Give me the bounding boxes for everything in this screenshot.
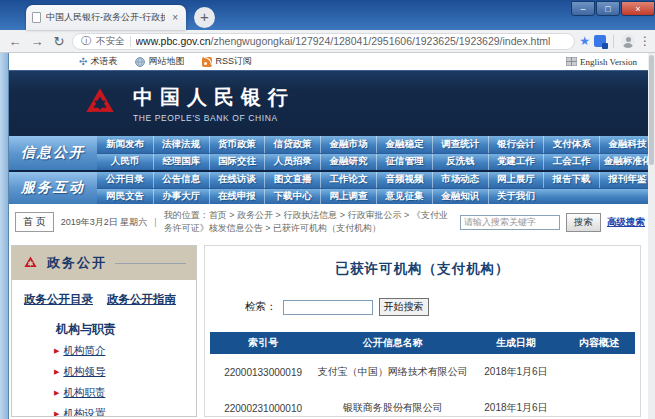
- nav-item[interactable]: 党建工作: [488, 154, 544, 171]
- nav-item[interactable]: 报刊年鉴: [599, 172, 655, 188]
- sidebar: 政务公开 政务公开目录政务公开指南 机构与职责▶机构简介▶机构领导▶机构职责▶机…: [11, 245, 197, 417]
- tab-title: 中国人民银行-政务公开-行政执…: [46, 11, 165, 24]
- date-divider: |: [154, 217, 156, 227]
- advanced-search-link[interactable]: 高级搜索: [607, 216, 645, 229]
- sidebar-item[interactable]: ▶机构简介: [54, 344, 196, 358]
- nav-item[interactable]: 关于我们: [488, 189, 544, 205]
- scrollbar[interactable]: [648, 53, 655, 419]
- sidebar-link[interactable]: 政务公开指南: [107, 292, 176, 307]
- nav-item[interactable]: 图文直播: [264, 172, 320, 188]
- start-search-button[interactable]: 开始搜索: [379, 298, 429, 316]
- forward-icon[interactable]: →: [28, 34, 46, 49]
- page-title: 已获许可机构（支付机构）: [205, 260, 640, 278]
- reload-icon[interactable]: ↻: [50, 34, 68, 49]
- nav-item[interactable]: 金融研究: [320, 154, 376, 171]
- sidebar-item-link[interactable]: 机构领导: [63, 365, 105, 379]
- url-input[interactable]: ⓘ 不安全 www.pbc.gov.cn/zhengwugongkai/1279…: [72, 33, 575, 50]
- sidebar-link[interactable]: 政务公开目录: [24, 292, 93, 307]
- table-row[interactable]: 22000133000019支付宝（中国）网络技术有限公司2018年1月6日: [210, 354, 635, 390]
- nav-item[interactable]: 公开目录: [97, 172, 153, 188]
- table-row[interactable]: 22000231000010银联商务股份有限公司2018年1月6日: [210, 390, 635, 417]
- nav-item[interactable]: 报告下载: [543, 172, 599, 188]
- nav-item[interactable]: 银行会计: [488, 136, 544, 153]
- bookmark-star-icon[interactable]: ★: [579, 34, 590, 48]
- nav-item[interactable]: 金融市场: [320, 136, 376, 153]
- sidebar-item-link[interactable]: 机构简介: [63, 344, 105, 358]
- nav-item[interactable]: 意见征集: [376, 189, 432, 205]
- nav-item[interactable]: 信贷政策: [264, 136, 320, 153]
- nav-item[interactable]: 下载中心: [264, 189, 320, 205]
- back-icon[interactable]: ←: [6, 34, 24, 49]
- list-search-input[interactable]: [283, 300, 373, 315]
- nav-item[interactable]: 市场动态: [432, 172, 488, 188]
- nav-item[interactable]: 反洗钱: [432, 154, 488, 171]
- nav-item[interactable]: 金融稳定: [376, 136, 432, 153]
- nav-item[interactable]: 调查统计: [432, 136, 488, 153]
- maximize-button[interactable]: □: [596, 1, 620, 16]
- omnibox-divider: [130, 36, 131, 47]
- extension-icon[interactable]: [594, 35, 606, 47]
- nav-item[interactable]: 网上调查: [320, 189, 376, 205]
- sidebar-item-link[interactable]: 机构设置: [63, 407, 105, 417]
- nav-item[interactable]: 音频视频: [376, 172, 432, 188]
- nav-item[interactable]: 网民文告: [97, 189, 153, 205]
- close-button[interactable]: ×: [621, 1, 655, 16]
- nav-item[interactable]: 经理国库: [153, 154, 209, 171]
- sidebar-item-link[interactable]: 机构职责: [63, 386, 105, 400]
- table-header: 内容概述: [563, 332, 635, 354]
- browser-tab[interactable]: 中国人民银行-政务公开-行政执… ×: [26, 5, 186, 30]
- chrome-menu-icon[interactable]: ⋮: [639, 34, 649, 48]
- triangle-bullet-icon: ▶: [54, 368, 59, 376]
- nav-item[interactable]: 工作论文: [320, 172, 376, 188]
- site-search-input[interactable]: [460, 215, 560, 230]
- main-nav: 信息公开新闻发布法律法规货币政策信贷政策金融市场金融稳定调查统计银行会计支付体系…: [9, 136, 655, 204]
- nav-item[interactable]: 支付体系: [543, 136, 599, 153]
- nav-section-label-0[interactable]: 信息公开: [9, 136, 97, 170]
- triangle-bullet-icon: ▶: [54, 410, 59, 417]
- not-secure-label: 不安全: [96, 35, 125, 48]
- site-search-button[interactable]: 搜索: [566, 213, 601, 232]
- nav-item[interactable]: 金融标准化: [599, 154, 655, 171]
- sidebar-item[interactable]: ▶机构领导: [54, 365, 196, 379]
- home-button[interactable]: 首 页: [15, 212, 54, 232]
- nav-item[interactable]: 征信管理: [376, 154, 432, 171]
- sidebar-item[interactable]: ▶机构职责: [54, 386, 196, 400]
- new-tab-button[interactable]: +: [194, 7, 215, 28]
- nav-item[interactable]: 在线访谈: [209, 172, 265, 188]
- address-bar: ← → ↻ ⓘ 不安全 www.pbc.gov.cn/zhengwugongka…: [0, 30, 655, 53]
- nav-item[interactable]: 法律法规: [153, 136, 209, 153]
- nav-item[interactable]: 工会工作: [543, 154, 599, 171]
- info-icon[interactable]: ⓘ: [81, 34, 91, 48]
- titlebar: 中国人民银行-政务公开-行政执… × + – □ ×: [0, 0, 655, 30]
- glossary-link[interactable]: ✣ 术语表: [79, 55, 117, 68]
- nav-item[interactable]: 金融科技: [599, 136, 655, 153]
- nav-item[interactable]: 在线申报: [209, 189, 265, 205]
- nav-item[interactable]: 人民币: [97, 154, 153, 171]
- nav-item[interactable]: 办事大厅: [153, 189, 209, 205]
- rss-link[interactable]: RSS订阅: [202, 55, 252, 68]
- globe-icon: [135, 57, 145, 67]
- profile-avatar[interactable]: [621, 34, 635, 48]
- nav-section-label-1[interactable]: 服务互动: [9, 172, 97, 204]
- toolbar-divider: [613, 35, 614, 48]
- site-header: 中国人民银行 THE PEOPLE'S BANK OF CHINA: [9, 70, 655, 136]
- tab-close-icon[interactable]: ×: [170, 12, 180, 23]
- nav-item[interactable]: 国际交往: [209, 154, 265, 171]
- sidebar-item[interactable]: ▶机构设置: [54, 407, 196, 417]
- cell-index-number: 22000133000019: [210, 354, 316, 390]
- nav-item[interactable]: 新闻发布: [97, 136, 153, 153]
- nav-item[interactable]: 网上展厅: [488, 172, 544, 188]
- minimize-button[interactable]: –: [571, 1, 595, 16]
- scrollbar-thumb[interactable]: [649, 55, 654, 165]
- list-search-label: 检索：: [245, 300, 277, 314]
- breadcrumb-bar: 首 页 2019年3月2日 星期六 | 我的位置：首页 > 政务公开 > 行政执…: [9, 204, 655, 240]
- nav-item[interactable]: 人员招录: [264, 154, 320, 171]
- sitemap-link[interactable]: 网站地图: [135, 55, 184, 68]
- nav-item[interactable]: 金融知识: [432, 189, 488, 205]
- rss-icon: [202, 57, 212, 67]
- nav-item[interactable]: 公告信息: [153, 172, 209, 188]
- browser-window: 中国人民银行-政务公开-行政执… × + – □ × ← → ↻ ⓘ 不安全 w…: [0, 0, 655, 419]
- english-version-link[interactable]: English Version: [566, 57, 637, 67]
- bank-name-cn: 中国人民银行: [133, 84, 295, 111]
- nav-item[interactable]: 货币政策: [209, 136, 265, 153]
